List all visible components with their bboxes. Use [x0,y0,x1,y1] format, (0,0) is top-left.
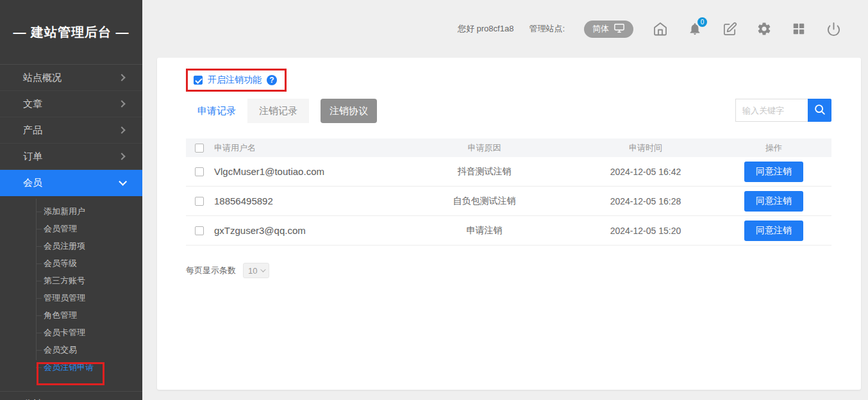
search-icon [813,103,827,119]
chevron-right-icon [118,74,125,81]
enable-cancellation-checkbox[interactable] [194,76,203,85]
content-card: 开启注销功能 ? 申请记录 注销记录 注销协议 [157,58,861,390]
sidebar-item-articles[interactable]: 文章 [0,91,142,117]
chevron-right-icon [118,153,125,160]
grid-icon[interactable] [791,21,806,37]
sidebar-item-add-user[interactable]: 添加新用户 [0,203,142,220]
cell-username: 18856495892 [214,192,342,210]
sidebar-item-admin-management[interactable]: 管理员管理 [0,289,142,306]
cell-reason: 申请注销 [394,225,575,237]
help-icon[interactable]: ? [267,75,277,85]
row-checkbox[interactable] [195,226,204,235]
sidebar-item-site-overview[interactable]: 站点概况 [0,65,142,91]
header-reason: 申请原因 [394,142,575,154]
annotation-red-box-toggle: 开启注销功能 ? [186,69,287,92]
chevron-right-icon [118,100,125,107]
agree-cancellation-button[interactable]: 同意注销 [744,221,803,241]
agree-cancellation-button[interactable]: 同意注销 [744,162,803,182]
notification-badge: 0 [697,17,707,27]
table-row: gxTzguser3@qq.com 申请注销 2024-12-05 15:20 … [186,216,831,246]
page-size-label: 每页显示条数 [186,265,236,276]
tabs: 申请记录 注销记录 注销协议 [186,99,377,123]
topbar: 您好 pro8cf1a8 管理站点: 简体 0 [142,0,868,58]
sidebar-item-third-party-account[interactable]: 第三方账号 [0,272,142,289]
header-time: 申请时间 [575,142,716,154]
pagination: 每页显示条数 10 [186,263,831,278]
chevron-right-icon [118,126,125,133]
sidebar-item-member-registration[interactable]: 会员注册项 [0,237,142,254]
search-button[interactable] [808,99,831,122]
chevron-down-icon [119,178,127,186]
sidebar: — 建站管理后台 — 站点概况 文章 产品 订单 会员 添加新用户 会员管理 会… [0,0,142,400]
agree-cancellation-button[interactable]: 同意注销 [744,191,803,212]
table-row: VlgcMuser1@toutiao.com 抖音测试注销 2024-12-05… [186,157,831,187]
row-checkbox[interactable] [195,167,204,176]
tab-application-records[interactable]: 申请记录 [186,99,247,123]
cell-username: VlgcMuser1@toutiao.com [214,162,342,181]
site-label: 管理站点: [529,23,565,35]
header-action: 操作 [716,142,831,154]
cell-username: gxTzguser3@qq.com [214,221,342,240]
sidebar-item-distribution[interactable]: 分销 [0,391,142,400]
header-username: 申请用户名 [214,142,394,154]
sidebar-item-member-cancellation[interactable]: 会员注销申请 [0,358,142,376]
sidebar-item-member-level[interactable]: 会员等级 [0,254,142,272]
table-row: 18856495892 自负包测试注销 2024-12-05 16:28 同意注… [186,187,831,216]
sidebar-item-products[interactable]: 产品 [0,117,142,144]
sidebar-item-role-management[interactable]: 角色管理 [0,306,142,324]
tab-cancellation-agreement[interactable]: 注销协议 [321,99,377,123]
tab-cancellation-records[interactable]: 注销记录 [247,99,309,123]
app-title: — 建站管理后台 — [0,0,142,64]
table-header: 申请用户名 申请原因 申请时间 操作 [186,138,831,157]
power-icon[interactable] [826,21,841,37]
sidebar-item-member-management[interactable]: 会员管理 [0,220,142,237]
sidebar-item-orders[interactable]: 订单 [0,144,142,170]
applications-table: 申请用户名 申请原因 申请时间 操作 VlgcMuser1@toutiao.co… [186,138,831,246]
tabs-row: 申请记录 注销记录 注销协议 [186,99,831,123]
sidebar-item-member-card[interactable]: 会员卡管理 [0,324,142,341]
search-input[interactable] [735,99,808,122]
sidebar-item-members[interactable]: 会员 [0,170,142,196]
cell-reason: 自负包测试注销 [394,196,575,207]
select-all-checkbox[interactable] [195,144,204,153]
members-submenu: 添加新用户 会员管理 会员注册项 会员等级 第三方账号 管理员管理 角色管理 会… [0,196,142,379]
cell-time: 2024-12-05 15:20 [575,226,716,236]
search-bar [735,99,831,122]
sidebar-item-member-transaction[interactable]: 会员交易 [0,341,142,358]
chevron-down-icon [261,267,266,272]
home-icon[interactable] [653,21,668,37]
monitor-icon [613,23,625,35]
gear-icon[interactable] [756,21,772,37]
cell-time: 2024-12-05 16:42 [575,167,716,177]
cell-time: 2024-12-05 16:28 [575,196,716,206]
edit-icon[interactable] [722,21,737,37]
greeting-text: 您好 pro8cf1a8 [458,23,513,35]
language-pill-button[interactable]: 简体 [584,21,633,38]
cell-reason: 抖音测试注销 [394,166,575,178]
page-size-select[interactable]: 10 [243,263,269,278]
bell-icon[interactable]: 0 [687,21,703,37]
main-menu: 站点概况 文章 产品 订单 会员 [0,64,142,196]
enable-cancellation-label: 开启注销功能 [208,74,262,86]
main-area: 您好 pro8cf1a8 管理站点: 简体 0 [142,0,868,400]
row-checkbox[interactable] [195,197,204,206]
